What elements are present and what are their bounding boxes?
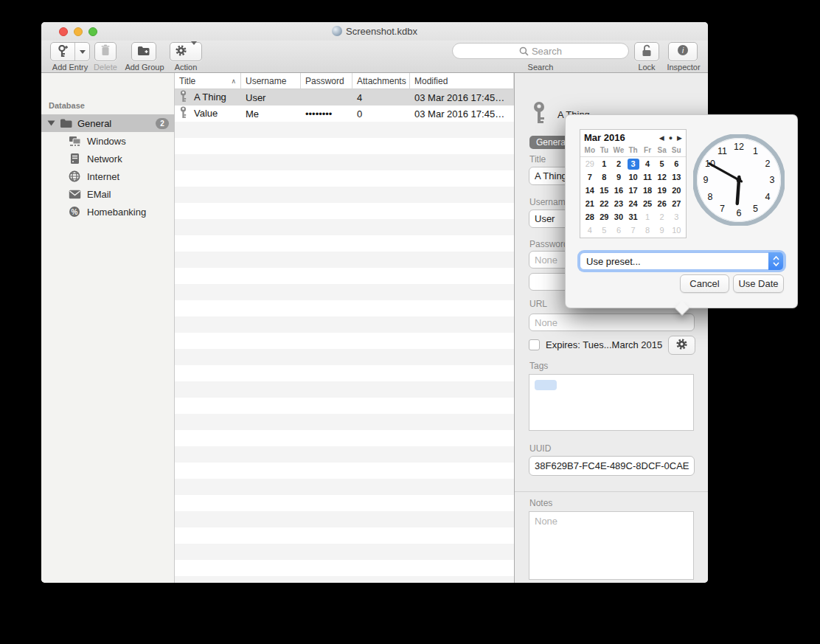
calendar-day[interactable]: 10 — [626, 170, 641, 184]
add-entry-dropdown-arrow[interactable] — [75, 50, 89, 54]
calendar-day[interactable]: 24 — [626, 197, 641, 210]
unlocked-padlock-icon — [641, 44, 653, 60]
calendar-day[interactable]: 23 — [611, 197, 626, 210]
entries-table[interactable]: Title∧UsernamePasswordAttachmentsModifie… — [175, 73, 514, 583]
sidebar-item-label: Homebanking — [87, 207, 146, 218]
expiry-date-picker-button[interactable] — [668, 336, 695, 355]
preset-dropdown-value: Use preset... — [586, 256, 641, 267]
calendar-day[interactable]: 31 — [626, 210, 641, 224]
sidebar-item-windows[interactable]: Windows — [41, 132, 175, 150]
analog-clock[interactable]: 123456789101112 — [693, 134, 785, 226]
calendar-day[interactable]: 1 — [640, 210, 655, 224]
delete-label: Delete — [91, 63, 120, 72]
sidebar-item-network[interactable]: Network — [41, 150, 175, 167]
calendar-day[interactable]: 1 — [597, 157, 612, 170]
preset-dropdown[interactable]: Use preset... — [580, 252, 784, 270]
calendar-day[interactable]: 19 — [655, 184, 670, 197]
calendar-day[interactable]: 5 — [655, 157, 670, 170]
calendar-day[interactable]: 14 — [583, 184, 597, 197]
calendar-day[interactable]: 6 — [669, 157, 684, 170]
calendar-day[interactable]: 4 — [640, 157, 655, 170]
url-field[interactable]: None — [529, 314, 695, 331]
calendar-day[interactable]: 26 — [655, 197, 670, 210]
tag-token[interactable] — [535, 380, 557, 390]
sidebar-item-homebanking[interactable]: %Homebanking — [41, 203, 175, 221]
notes-field[interactable]: None — [529, 511, 694, 580]
calendar-day[interactable]: 4 — [583, 224, 597, 237]
cancel-button[interactable]: Cancel — [680, 274, 729, 293]
calendar-day-selected[interactable]: 3 — [626, 157, 641, 170]
disclosure-triangle-icon[interactable] — [48, 121, 55, 126]
gear-icon — [175, 44, 187, 60]
calendar-day[interactable]: 10 — [669, 224, 684, 237]
calendar-day[interactable]: 3 — [669, 210, 684, 224]
calendar-day[interactable]: 7 — [583, 170, 597, 184]
sidebar-item-general[interactable]: General 2 — [41, 114, 175, 132]
expires-checkbox[interactable] — [529, 339, 540, 350]
search-group-label: Search — [452, 63, 629, 72]
info-icon: i — [677, 44, 689, 59]
svg-text:2: 2 — [765, 159, 770, 169]
calendar[interactable]: Mar 2016 ◀ ● ▶ MoTuWeThFrSaSu 2912345678… — [580, 129, 687, 238]
windows-network-icon — [68, 136, 81, 147]
column-header-modified[interactable]: Modified — [410, 73, 514, 89]
calendar-day[interactable]: 30 — [611, 210, 626, 224]
column-header-label: Password — [305, 76, 344, 86]
calendar-day[interactable]: 21 — [583, 197, 597, 210]
use-date-button[interactable]: Use Date — [733, 274, 784, 293]
calendar-day[interactable]: 7 — [626, 224, 641, 237]
table-row[interactable]: A ThingUser403 Mar 2016 17:45… — [175, 89, 514, 105]
table-header[interactable]: Title∧UsernamePasswordAttachmentsModifie… — [175, 73, 514, 89]
inspector-button[interactable]: i — [668, 42, 698, 61]
lock-label: Lock — [630, 63, 663, 72]
calendar-day[interactable]: 8 — [597, 170, 612, 184]
uuid-label: UUID — [529, 443, 551, 454]
svg-text:3: 3 — [770, 175, 775, 185]
calendar-next-icon[interactable]: ▶ — [677, 134, 682, 142]
window-title: Screenshot.kdbx — [41, 26, 708, 37]
calendar-day[interactable]: 18 — [640, 184, 655, 197]
calendar-day[interactable]: 12 — [655, 170, 670, 184]
add-group-button[interactable] — [131, 42, 156, 61]
lock-button[interactable] — [634, 42, 659, 61]
calendar-day[interactable]: 8 — [640, 224, 655, 237]
calendar-day[interactable]: 28 — [583, 210, 597, 224]
column-header-attachments[interactable]: Attachments — [352, 73, 410, 89]
calendar-day[interactable]: 17 — [626, 184, 641, 197]
column-header-username[interactable]: Username — [241, 73, 301, 89]
calendar-day[interactable]: 13 — [669, 170, 684, 184]
calendar-day[interactable]: 6 — [611, 224, 626, 237]
sidebar-item-email[interactable]: EMail — [41, 185, 175, 203]
calendar-day[interactable]: 9 — [655, 224, 670, 237]
calendar-day[interactable]: 22 — [597, 197, 612, 210]
calendar-day[interactable]: 2 — [611, 157, 626, 170]
svg-text:11: 11 — [718, 146, 727, 156]
calendar-day[interactable]: 2 — [655, 210, 670, 224]
calendar-day[interactable]: 25 — [640, 197, 655, 210]
tags-field[interactable] — [529, 374, 694, 431]
uuid-field[interactable]: 38F629B7-FC4E-489C-8DCF-0CAE — [529, 456, 695, 476]
calendar-day[interactable]: 27 — [669, 197, 684, 210]
calendar-day[interactable]: 16 — [611, 184, 626, 197]
calendar-day[interactable]: 11 — [640, 170, 655, 184]
cell-attachments: 4 — [352, 92, 410, 103]
delete-button[interactable] — [94, 42, 117, 61]
calendar-day[interactable]: 15 — [597, 184, 612, 197]
column-header-title[interactable]: Title∧ — [175, 73, 241, 89]
search-input[interactable]: Search — [452, 43, 629, 59]
calendar-prev-icon[interactable]: ◀ — [659, 134, 664, 142]
calendar-today-icon[interactable]: ● — [669, 134, 673, 142]
table-row[interactable]: ValueMe••••••••003 Mar 2016 17:45… — [175, 105, 514, 122]
trash-icon — [100, 44, 111, 59]
calendar-day[interactable]: 29 — [583, 157, 597, 170]
calendar-day[interactable]: 20 — [669, 184, 684, 197]
sidebar-item-internet[interactable]: Internet — [41, 167, 175, 185]
dropdown-stepper-icon[interactable] — [768, 252, 783, 270]
calendar-day[interactable]: 29 — [597, 210, 612, 224]
calendar-day[interactable]: 9 — [611, 170, 626, 184]
cell-attachments: 0 — [352, 108, 410, 120]
add-entry-button[interactable] — [50, 42, 90, 61]
calendar-day[interactable]: 5 — [597, 224, 612, 237]
action-button[interactable] — [170, 42, 202, 61]
column-header-password[interactable]: Password — [301, 73, 352, 89]
